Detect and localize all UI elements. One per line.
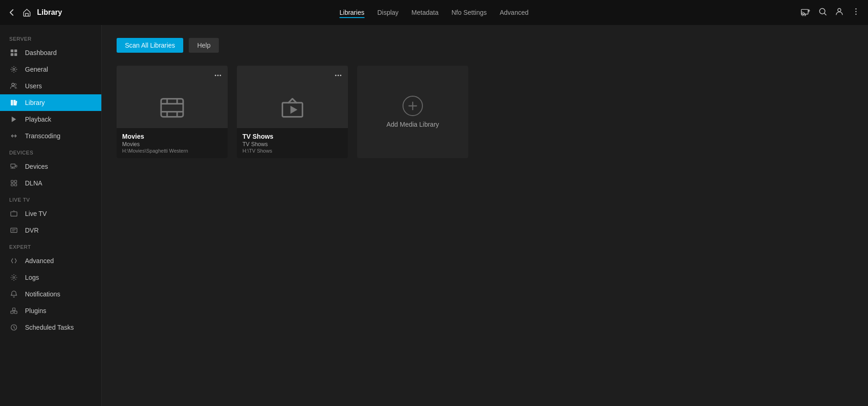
movies-card-title: Movies bbox=[122, 133, 222, 140]
library-grid: Movies Movies H:\Movies\Spaghetti Wester… bbox=[117, 66, 853, 158]
nav-metadata[interactable]: Metadata bbox=[411, 7, 438, 18]
svg-rect-7 bbox=[14, 49, 17, 52]
svg-point-40 bbox=[217, 75, 219, 76]
svg-rect-19 bbox=[11, 180, 13, 183]
notifications-icon bbox=[9, 290, 19, 298]
content-area: Scan All Libraries Help bbox=[102, 25, 868, 406]
svg-point-41 bbox=[220, 75, 221, 76]
nav-advanced[interactable]: Advanced bbox=[500, 7, 528, 18]
tvshows-icon bbox=[280, 96, 304, 125]
sidebar-item-advanced[interactable]: Advanced bbox=[0, 252, 101, 269]
topbar: Library Libraries Display Metadata Nfo S… bbox=[0, 0, 868, 25]
movies-icon bbox=[160, 96, 184, 125]
sidebar-item-devices[interactable]: Devices bbox=[0, 158, 101, 175]
sidebar-item-notifications[interactable]: Notifications bbox=[0, 286, 101, 302]
svg-marker-16 bbox=[12, 117, 16, 122]
sidebar-label-logs: Logs bbox=[25, 274, 39, 281]
scheduled-tasks-icon bbox=[9, 324, 19, 331]
sidebar-item-transcoding[interactable]: Transcoding bbox=[0, 128, 101, 144]
svg-point-46 bbox=[340, 75, 341, 76]
logs-icon bbox=[9, 274, 19, 281]
tvshows-card-path: H:\TV Shows bbox=[242, 148, 342, 154]
sidebar-label-playback: Playback bbox=[25, 116, 51, 123]
dashboard-icon bbox=[9, 49, 19, 56]
sidebar-label-users: Users bbox=[25, 82, 42, 90]
playback-icon bbox=[9, 116, 19, 123]
nav-display[interactable]: Display bbox=[377, 7, 398, 18]
svg-rect-13 bbox=[11, 100, 13, 105]
advanced-icon bbox=[9, 257, 19, 265]
svg-rect-22 bbox=[14, 184, 17, 186]
sidebar-label-scheduled-tasks: Scheduled Tasks bbox=[25, 324, 74, 331]
sidebar-item-library[interactable]: Library bbox=[0, 94, 101, 111]
sidebar-item-scheduled-tasks[interactable]: Scheduled Tasks bbox=[0, 319, 101, 336]
svg-point-10 bbox=[13, 68, 15, 70]
topbar-right bbox=[800, 6, 861, 19]
home-button[interactable] bbox=[22, 8, 31, 17]
sidebar-item-logs[interactable]: Logs bbox=[0, 269, 101, 286]
more-icon[interactable] bbox=[851, 7, 861, 18]
help-button[interactable]: Help bbox=[189, 38, 219, 53]
transcoding-icon bbox=[9, 132, 19, 140]
svg-rect-18 bbox=[16, 165, 17, 167]
svg-point-12 bbox=[14, 84, 16, 86]
sidebar-item-general[interactable]: General bbox=[0, 61, 101, 78]
user-icon[interactable] bbox=[835, 7, 844, 18]
sidebar-item-dvr[interactable]: DVR bbox=[0, 222, 101, 239]
svg-rect-8 bbox=[11, 53, 13, 56]
svg-point-3 bbox=[856, 8, 857, 9]
sidebar-item-plugins[interactable]: Plugins bbox=[0, 302, 101, 319]
sidebar-label-advanced: Advanced bbox=[25, 257, 54, 265]
svg-rect-23 bbox=[11, 212, 17, 216]
back-button[interactable] bbox=[7, 8, 17, 17]
add-library-label: Add Media Library bbox=[386, 121, 439, 128]
svg-point-27 bbox=[13, 277, 15, 278]
sidebar-item-playback[interactable]: Playback bbox=[0, 111, 101, 128]
svg-rect-21 bbox=[11, 184, 13, 186]
movies-card-path: H:\Movies\Spaghetti Western bbox=[122, 148, 222, 154]
movies-card-info: Movies Movies H:\Movies\Spaghetti Wester… bbox=[117, 128, 228, 158]
add-library-card[interactable]: Add Media Library bbox=[357, 66, 468, 158]
devices-icon bbox=[9, 163, 19, 170]
users-icon bbox=[9, 82, 19, 90]
sidebar-label-livetv: Live TV bbox=[25, 210, 47, 217]
svg-point-45 bbox=[338, 75, 339, 76]
svg-point-11 bbox=[12, 83, 14, 86]
sidebar-section-server: Server bbox=[0, 31, 101, 44]
cast-icon[interactable] bbox=[800, 6, 811, 19]
sidebar-section-devices: Devices bbox=[0, 144, 101, 158]
svg-rect-17 bbox=[11, 164, 15, 167]
svg-point-44 bbox=[335, 75, 336, 76]
sidebar-section-livetv: Live TV bbox=[0, 191, 101, 205]
library-card-tvshows[interactable]: TV Shows TV Shows H:\TV Shows bbox=[237, 66, 348, 158]
tvshows-card-menu[interactable] bbox=[332, 69, 344, 84]
dvr-icon bbox=[9, 227, 19, 234]
sidebar-label-transcoding: Transcoding bbox=[25, 132, 61, 140]
sidebar-label-devices: Devices bbox=[25, 163, 48, 170]
plugins-icon bbox=[9, 307, 19, 314]
svg-point-39 bbox=[215, 75, 216, 76]
sidebar-label-general: General bbox=[25, 66, 48, 73]
general-icon bbox=[9, 66, 19, 73]
nav-nfo-settings[interactable]: Nfo Settings bbox=[452, 7, 487, 18]
sidebar-item-users[interactable]: Users bbox=[0, 78, 101, 94]
library-card-movies[interactable]: Movies Movies H:\Movies\Spaghetti Wester… bbox=[117, 66, 228, 158]
search-icon[interactable] bbox=[818, 7, 827, 18]
svg-point-2 bbox=[838, 8, 841, 12]
sidebar-item-dashboard[interactable]: Dashboard bbox=[0, 44, 101, 61]
svg-point-4 bbox=[856, 11, 857, 12]
topbar-nav: Libraries Display Metadata Nfo Settings … bbox=[340, 7, 529, 18]
sidebar-item-livetv[interactable]: Live TV bbox=[0, 205, 101, 222]
movies-card-subtitle: Movies bbox=[122, 141, 222, 148]
svg-rect-32 bbox=[161, 98, 183, 117]
main-layout: Server Dashboard General bbox=[0, 25, 868, 406]
sidebar-label-dlna: DLNA bbox=[25, 179, 42, 187]
tvshows-card-subtitle: TV Shows bbox=[242, 141, 342, 148]
sidebar-label-notifications: Notifications bbox=[25, 290, 60, 298]
nav-libraries[interactable]: Libraries bbox=[340, 7, 365, 18]
sidebar-item-dlna[interactable]: DLNA bbox=[0, 175, 101, 191]
scan-all-libraries-button[interactable]: Scan All Libraries bbox=[117, 38, 183, 53]
svg-rect-29 bbox=[14, 311, 17, 314]
movies-card-menu[interactable] bbox=[212, 69, 224, 84]
livetv-icon bbox=[9, 210, 19, 217]
